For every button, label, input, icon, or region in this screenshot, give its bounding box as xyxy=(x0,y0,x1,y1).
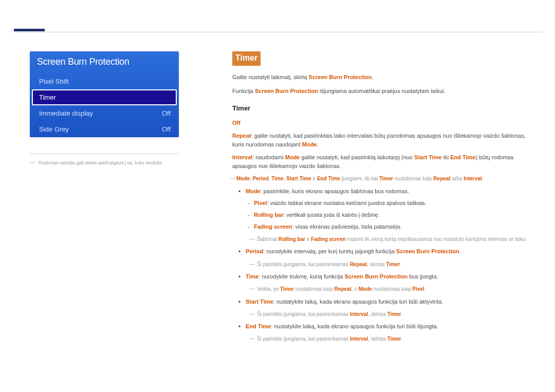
intro-line-1: Galite nustatyti laikmatį, skirtą Screen… xyxy=(232,73,533,82)
keyword: Time xyxy=(246,273,258,279)
keyword: Timer xyxy=(387,311,401,317)
text: Šablonai xyxy=(257,236,279,242)
sub-fading-screen: Fading screen: visas ekranas pašviesėja,… xyxy=(254,222,533,231)
text: Ši parinktis įjungiama, kai pasirenkamas xyxy=(257,262,350,267)
intro-line-2: Funkcija Screen Burn Protection išjungia… xyxy=(232,87,533,96)
options-list: Mode: pasirinkite, kuris ekrano apsaugos… xyxy=(232,187,533,231)
option-start-time: Start Time: nustatykite laiką, kada ekra… xyxy=(246,297,533,306)
text: nustatomas kaip xyxy=(372,286,412,292)
keyword: End Time xyxy=(317,176,340,181)
note-mode-period: Mode, Period, Time, Start Time ir End Ti… xyxy=(232,175,533,183)
header-accent-bar xyxy=(14,29,45,31)
text: įjungiami, tik kai xyxy=(340,176,379,181)
keyword: Interval xyxy=(464,176,482,181)
keyword: Mode xyxy=(236,176,250,181)
options-list-3: Time: nurodykite trukmę, kurią funkcija … xyxy=(232,272,533,281)
keyword: Repeat xyxy=(350,262,367,267)
options-list-5: End Time: nustatykite laiką, kada ekrano… xyxy=(232,322,533,331)
keyword: Timer xyxy=(280,286,294,292)
text: arba xyxy=(451,176,464,181)
text: Veikia, jei xyxy=(257,286,280,292)
text: : vaizdo taškai ekrane nuolatos keičiami… xyxy=(267,200,427,206)
keyword: Mode xyxy=(302,141,317,147)
keyword: Rolling bar xyxy=(279,236,305,242)
panel-item-label: Timer xyxy=(39,94,56,101)
text: : nustatykite laiką, kada ekrano apsaugo… xyxy=(273,298,443,305)
keyword: Pixel xyxy=(254,200,267,206)
panel-item-side-grey[interactable]: Side Grey Off xyxy=(30,121,179,137)
off-label: Off xyxy=(232,119,533,127)
text: , skirtas xyxy=(368,336,387,342)
text: ir xyxy=(311,176,317,181)
interval-line: Interval: naudodami Mode galite nustatyt… xyxy=(232,153,533,171)
header-rule xyxy=(14,32,543,32)
text: bus įjungta. xyxy=(408,273,438,279)
option-mode: Mode: pasirinkite, kuris ekrano apsaugos… xyxy=(246,187,533,231)
note-start: Ši parinktis įjungiama, kai pasirenkamas… xyxy=(246,310,533,319)
text: : vertikali juosta juda iš kairės į deši… xyxy=(283,212,379,218)
panel-item-value: Off xyxy=(162,109,171,117)
panel-item-label: Immediate display xyxy=(39,109,93,117)
text: : nurodykite trukmę, kurią funkcija xyxy=(258,273,344,279)
keyword: Rolling bar xyxy=(254,212,283,218)
text: : nurodykite intervalą, per kurį turėtų … xyxy=(263,248,396,254)
keyword: Interval xyxy=(232,154,252,160)
left-divider xyxy=(30,154,179,154)
panel-item-timer[interactable]: Timer xyxy=(32,89,177,105)
section-heading: Timer xyxy=(232,51,261,66)
keyword: Start Time xyxy=(246,298,273,305)
keyword: Period xyxy=(253,176,269,181)
panel-item-immediate-display[interactable]: Immediate display Off xyxy=(30,105,179,121)
keyword: Screen Burn Protection xyxy=(396,248,459,254)
keyword: Interval xyxy=(350,311,368,317)
text: , o xyxy=(351,286,359,292)
text: rodomi tik vieną kartą nepriklausomai nu… xyxy=(346,236,527,242)
text: galite nustatyti, kad pasirinktą laikota… xyxy=(300,154,414,160)
text: , skirtas xyxy=(367,262,386,267)
keyword: Pixel xyxy=(412,286,424,292)
mode-sublist: Pixel: vaizdo taškai ekrane nuolatos kei… xyxy=(246,199,533,231)
text: . xyxy=(482,176,484,181)
content-column: Timer Galite nustatyti laikmatį, skirtą … xyxy=(232,51,533,347)
text: išjungiama automatiškai praėjus nustatyt… xyxy=(318,88,446,94)
keyword: Period xyxy=(246,248,263,254)
text: . xyxy=(317,141,318,147)
option-end-time: End Time: nustatykite laiką, kada ekrano… xyxy=(246,322,533,331)
keyword: Fading screen xyxy=(311,236,346,242)
text: , skirtas xyxy=(368,311,387,317)
note-period: Ši parinktis įjungiama, kai pasirenkamas… xyxy=(246,260,533,269)
text: : galite nustatyti, kad pasirinktais lai… xyxy=(232,133,526,147)
option-period: Period: nurodykite intervalą, per kurį t… xyxy=(246,247,533,256)
keyword: Mode xyxy=(285,154,300,160)
text: Galite nustatyti laikmatį, skirtą xyxy=(232,74,309,80)
text: : naudodami xyxy=(252,154,285,160)
text: Ši parinktis įjungiama, kai pasirenkamas xyxy=(257,311,350,317)
keyword: Fading screen xyxy=(254,223,292,230)
panel-item-pixel-shift[interactable]: Pixel Shift xyxy=(30,73,179,89)
keyword: Repeat xyxy=(232,133,251,139)
note-time: Veikia, jei Timer nustatomas kaip Repeat… xyxy=(246,285,533,293)
note-mode-once: Šablonai Rolling bar ir Fading screen ro… xyxy=(246,235,533,244)
sub-pixel: Pixel: vaizdo taškai ekrane nuolatos kei… xyxy=(254,199,533,208)
keyword: Start Time xyxy=(414,154,442,160)
option-time: Time: nurodykite trukmę, kurią funkcija … xyxy=(246,272,533,281)
footnote-row: ― Rodomas vaizdas gali skirtis atsižvelg… xyxy=(30,159,179,166)
text: . xyxy=(424,286,426,292)
left-footnote: Rodomas vaizdas gali skirtis atsižvelgia… xyxy=(39,160,163,165)
repeat-line: Repeat: galite nustatyti, kad pasirinkta… xyxy=(232,132,533,149)
text: ir xyxy=(305,236,311,242)
keyword: Screen Burn Protection xyxy=(309,74,372,80)
text: Funkcija xyxy=(232,88,255,94)
panel-item-label: Side Grey xyxy=(39,125,69,133)
panel-item-label: Pixel Shift xyxy=(39,78,69,85)
note-end: Ši parinktis įjungiama, kai pasirenkamas… xyxy=(246,335,533,343)
keyword: Timer xyxy=(387,336,401,342)
text: Ši parinktis įjungiama, kai pasirenkamas xyxy=(257,336,350,342)
keyword: Screen Burn Protection xyxy=(344,273,408,279)
keyword: Mode xyxy=(359,286,372,292)
keyword: Time xyxy=(271,176,283,181)
panel-item-value: Off xyxy=(162,125,171,133)
keyword: Screen Burn Protection xyxy=(255,88,318,94)
keyword: Interval xyxy=(350,336,368,342)
text: . xyxy=(401,311,403,317)
